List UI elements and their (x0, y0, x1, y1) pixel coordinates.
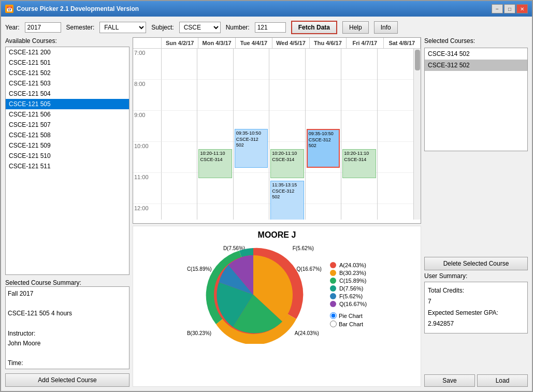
list-item[interactable]: CSCE-121 511 (6, 161, 129, 171)
legend-item-a: A(24.03%) (330, 262, 367, 268)
calendar-event: 10:20-11:10CSCE-314 (342, 149, 376, 178)
legend-label-a: A(24.03%) (339, 262, 366, 268)
calendar-body: 7:00 8:00 9:00 10:00 11:00 12:00 13:00 (133, 49, 421, 220)
total-credits-label: Total Credits: (428, 285, 524, 297)
list-item-selected[interactable]: CSCE-121 505 (6, 99, 129, 109)
number-input[interactable] (255, 22, 286, 33)
right-spacer (424, 154, 528, 255)
summary-line: Time: (8, 358, 127, 368)
legend-color-a (330, 262, 336, 268)
subject-label: Subject: (151, 24, 174, 31)
summary-line: John Moore (8, 339, 127, 349)
window-controls: − □ ✕ (492, 4, 528, 13)
legend-color-f (330, 293, 336, 299)
chart-legend-section: A(24.03%) B(30.23%) C(15.89%) (330, 262, 367, 327)
day-header-fri: Fri 4/7/17 (347, 38, 383, 48)
pie-chart-radio[interactable] (330, 312, 337, 319)
selected-courses-label: Selected Courses: (424, 37, 528, 45)
add-course-button[interactable]: Add Selected Course (5, 373, 129, 387)
user-summary-section: User Summary: Total Credits: 7 Expected … (424, 272, 528, 373)
list-item[interactable]: CSCE-121 504 (6, 89, 129, 99)
day-header-sun: Sun 4/2/17 (162, 38, 198, 48)
year-input[interactable] (25, 22, 61, 33)
fetch-data-button[interactable]: Fetch Data (291, 21, 337, 34)
legend-item-c: C(15.89%) (330, 278, 367, 284)
calendar-event: 09:35-10:50CSCE-312502 (235, 129, 268, 168)
list-item[interactable]: CSCE-121 200 (6, 47, 129, 57)
legend-item-f: F(5.62%) (330, 293, 367, 299)
available-courses-label: Available Courses: (5, 37, 129, 45)
summary-line (8, 299, 127, 309)
day-col-mon: 10:20-11:10CSCE-314 (197, 49, 233, 220)
legend-color-d (330, 285, 336, 292)
calendar-event: 11:35-13:15CSCE-312502 (270, 181, 304, 220)
selected-course-item-active[interactable]: CSCE-312 502 (425, 60, 527, 71)
user-summary-box: Total Credits: 7 Expected Semester GPA: … (424, 282, 528, 333)
day-columns: 10:20-11:10CSCE-314 (162, 49, 413, 220)
day-header-sat: Sat 4/8/17 (384, 38, 421, 48)
summary-line: Instructor: (8, 329, 127, 339)
save-load-row: Save Load (424, 374, 528, 387)
list-item[interactable]: CSCE-121 510 (6, 151, 129, 161)
user-summary-label: User Summary: (424, 272, 528, 280)
course-list: CSCE-121 200 CSCE-121 501 CSCE-121 502 C… (5, 47, 129, 275)
subject-select[interactable]: CSCE (179, 22, 221, 33)
minimize-button[interactable]: − (492, 4, 503, 13)
chart-legend: A(24.03%) B(30.23%) C(15.89%) (330, 262, 367, 307)
number-label: Number: (226, 24, 250, 31)
day-col-fri: 10:20-11:10CSCE-314 (341, 49, 377, 220)
list-item[interactable]: CSCE-121 509 (6, 140, 129, 151)
bar-chart-label: Bar Chart (339, 321, 363, 327)
legend-item-b: B(30.23%) (330, 270, 367, 276)
day-col-thu: 09:35-10:50CSCE-312502 (306, 49, 341, 220)
load-button[interactable]: Load (477, 374, 528, 387)
day-col-wed: 10:20-11:10CSCE-314 11:35-13:15CSCE-3125… (269, 49, 305, 220)
legend-label-f: F(5.62%) (339, 293, 363, 299)
time-cell: 7:00 (133, 49, 162, 80)
legend-item-q: Q(16.67%) (330, 301, 367, 307)
scroll-thumb (415, 50, 420, 70)
legend-item-d: D(7.56%) (330, 285, 367, 292)
time-column: 7:00 8:00 9:00 10:00 11:00 12:00 13:00 (133, 49, 162, 220)
pie-chart-container: D(7.56%) F(5.62%) C(15.89%) Q(16.67%) B(… (187, 243, 322, 346)
pie-chart-radio-label[interactable]: Pie Chart (330, 312, 367, 319)
calendar-header: Sun 4/2/17 Mon 4/3/17 Tue 4/4/17 Wed 4/5… (133, 38, 421, 49)
total-credits-value: 7 (428, 296, 524, 308)
list-item[interactable]: CSCE-121 503 (6, 78, 129, 89)
save-button[interactable]: Save (424, 374, 475, 387)
selected-course-item[interactable]: CSCE-314 502 (425, 48, 527, 60)
app-icon: 📅 (5, 5, 13, 13)
main-window: 📅 Course Picker 2.1 Developmental Versio… (0, 0, 533, 392)
calendar-event: 10:20-11:10CSCE-314 (270, 149, 304, 178)
list-item[interactable]: CSCE-121 506 (6, 109, 129, 120)
list-item[interactable]: CSCE-121 501 (6, 57, 129, 68)
semester-select[interactable]: FALL SPRING SUMMER (99, 22, 146, 33)
pie-svg-main (212, 253, 295, 336)
day-header-mon: Mon 4/3/17 (198, 38, 235, 48)
time-header (133, 38, 162, 48)
delete-course-button[interactable]: Delete Selected Course (424, 257, 528, 270)
summary-line: CSCE-121 505 4 hours (8, 309, 127, 318)
time-cell: 10:00 (133, 142, 162, 173)
day-col-sat (378, 49, 413, 220)
summary-line (8, 349, 127, 358)
legend-color-b (330, 270, 336, 276)
help-button[interactable]: Help (342, 21, 369, 34)
list-item[interactable]: CSCE-121 507 (6, 120, 129, 130)
gpa-value: 2.942857 (428, 318, 524, 330)
window-title: Course Picker 2.1 Developmental Version (17, 5, 139, 12)
info-button[interactable]: Info (374, 21, 398, 34)
right-controls: Delete Selected Course User Summary: Tot… (424, 154, 528, 387)
list-item[interactable]: CSCE-121 502 (6, 68, 129, 78)
bar-chart-radio[interactable] (330, 321, 337, 327)
year-label: Year: (5, 24, 20, 31)
bar-chart-radio-label[interactable]: Bar Chart (330, 321, 367, 327)
maximize-button[interactable]: □ (504, 4, 515, 13)
top-toolbar: Year: Semester: FALL SPRING SUMMER Subje… (5, 21, 528, 34)
pie-chart-label: Pie Chart (339, 313, 363, 319)
chart-section: MOORE J D(7.56%) F(5.62%) C(15.89%) Q(16… (133, 226, 421, 387)
chart-title: MOORE J (258, 230, 296, 240)
calendar-scrollbar[interactable] (413, 49, 421, 220)
list-item[interactable]: CSCE-121 508 (6, 130, 129, 140)
close-button[interactable]: ✕ (516, 4, 528, 13)
